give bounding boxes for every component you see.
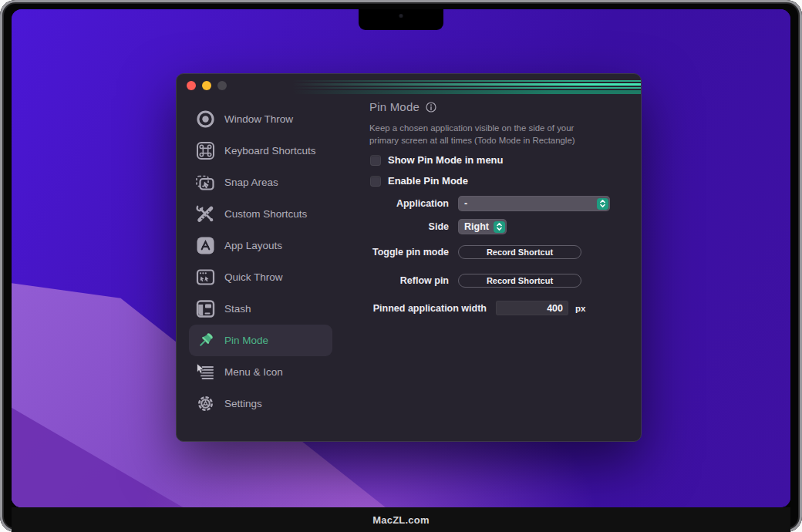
side-select[interactable]: Right [458, 219, 507, 234]
checkbox-label: Enable Pin Mode [388, 175, 468, 187]
pinned-width-value: 400 [547, 303, 563, 314]
checkbox-row: Show Pin Mode in menu [370, 154, 504, 166]
camera-dot [399, 14, 403, 18]
sidebar-item-keyboard-shortcuts[interactable]: Keyboard Shortcuts [189, 135, 332, 167]
macbook-frame: Window ThrowKeyboard ShortcutsSnap Areas… [0, 0, 802, 532]
sidebar-item-quick-throw[interactable]: Quick Throw [189, 261, 332, 293]
bottom-bezel: MacZL.com [12, 507, 790, 532]
side-value: Right [464, 221, 489, 232]
side-row: Side Right [369, 219, 507, 234]
stepper-icon [494, 221, 505, 233]
sidebar-item-label: Custom Shortcuts [224, 208, 307, 220]
sidebar-item-custom-shortcuts[interactable]: Custom Shortcuts [189, 198, 332, 230]
stepper-icon [597, 198, 608, 210]
pinned-width-input[interactable]: 400 [496, 301, 568, 315]
sidebar-item-label: App Layouts [224, 240, 282, 251]
toggle-pin-mode-label: Toggle pin mode [369, 247, 449, 258]
sidebar-item-window-throw[interactable]: Window Throw [189, 103, 332, 135]
sidebar-item-label: Menu & Icon [224, 366, 283, 378]
command-key-icon [195, 140, 216, 161]
sidebar-item-app-layouts[interactable]: App Layouts [189, 230, 332, 261]
gear-icon [195, 393, 216, 414]
brand-text: MacZL.com [372, 514, 429, 526]
cursors-window-icon [195, 267, 216, 288]
application-select[interactable]: - [458, 196, 610, 211]
sidebar-item-label: Keyboard Shortcuts [224, 145, 316, 157]
sidebar-item-label: Snap Areas [224, 177, 278, 188]
app-window: Window ThrowKeyboard ShortcutsSnap Areas… [176, 73, 642, 442]
enable-pin-mode-checkbox[interactable] [370, 176, 381, 187]
pushpin-icon [195, 330, 216, 351]
panel-description: Keep a chosen application visible on the… [369, 123, 602, 147]
reflow-pin-row: Reflow pin Record Shortcut [369, 274, 581, 288]
tools-icon [195, 204, 216, 224]
sidebar-item-label: Quick Throw [224, 271, 283, 283]
show-pin-mode-checkbox[interactable] [370, 155, 381, 166]
pinned-width-unit: px [575, 304, 585, 313]
screen: Window ThrowKeyboard ShortcutsSnap Areas… [12, 9, 790, 507]
record-shortcut-button[interactable]: Record Shortcut [458, 274, 581, 288]
sidebar-item-settings[interactable]: Settings [189, 388, 332, 419]
sidebar-item-label: Stash [224, 303, 251, 315]
camera-notch [359, 9, 443, 30]
application-label: Application [369, 198, 449, 209]
page-title: Pin Mode [369, 100, 420, 113]
snap-cursor-icon [195, 172, 216, 193]
panel-header: Pin Mode [369, 100, 436, 113]
traffic-lights [187, 81, 227, 90]
drawer-icon [195, 298, 216, 319]
checkbox-row: Enable Pin Mode [370, 175, 468, 187]
application-value: - [464, 198, 592, 209]
zoom-button[interactable] [217, 81, 227, 90]
sidebar-item-label: Pin Mode [224, 335, 268, 346]
sidebar-item-pin-mode[interactable]: Pin Mode [189, 325, 332, 356]
pinned-width-row: Pinned application width 400 px [369, 301, 585, 315]
close-button[interactable] [187, 81, 196, 90]
side-label: Side [369, 221, 449, 232]
sidebar-item-stash[interactable]: Stash [189, 293, 332, 325]
menu-lines-cursor-icon [195, 362, 216, 382]
minimize-button[interactable] [202, 81, 211, 90]
appstore-icon [195, 235, 216, 256]
sidebar-item-label: Settings [224, 398, 262, 409]
checkbox-label: Show Pin Mode in menu [388, 154, 504, 166]
sidebar: Window ThrowKeyboard ShortcutsSnap Areas… [189, 103, 332, 419]
info-icon[interactable] [426, 102, 436, 113]
sidebar-item-menu-and-icon[interactable]: Menu & Icon [189, 356, 332, 388]
reflow-pin-label: Reflow pin [369, 275, 449, 286]
application-row: Application - [369, 196, 610, 211]
toggle-pin-mode-row: Toggle pin mode Record Shortcut [369, 245, 581, 259]
sidebar-item-snap-areas[interactable]: Snap Areas [189, 167, 332, 198]
record-shortcut-button[interactable]: Record Shortcut [458, 245, 581, 259]
settings-panel: Pin Mode Keep a chosen application visib… [369, 74, 639, 441]
sidebar-item-label: Window Throw [224, 113, 293, 125]
pinned-width-label: Pinned application width [369, 303, 487, 314]
target-icon [195, 109, 216, 130]
